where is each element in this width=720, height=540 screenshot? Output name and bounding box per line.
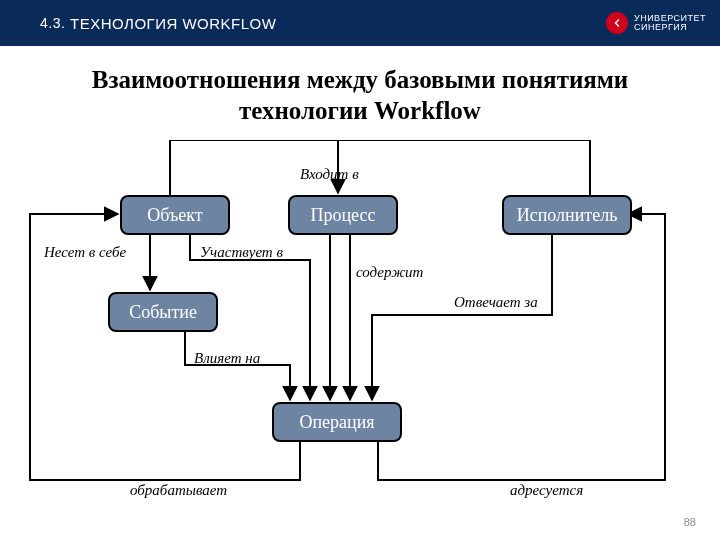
page-title: Взаимоотношения между базовыми понятиями… — [30, 64, 690, 127]
edge-addressed: адресуется — [510, 482, 583, 499]
section-title: ТЕХНОЛОГИЯ WORKFLOW — [70, 15, 276, 32]
brand-logo: УНИВЕРСИТЕТ СИНЕРГИЯ — [606, 12, 706, 34]
logo-line2: СИНЕРГИЯ — [634, 23, 706, 32]
header-bar: 4.3. ТЕХНОЛОГИЯ WORKFLOW УНИВЕРСИТЕТ СИН… — [0, 0, 720, 46]
edge-contains: содержит — [356, 264, 423, 281]
edge-enters: Входит в — [300, 166, 359, 183]
edge-processes: обрабатывает — [130, 482, 227, 499]
edge-responsible: Отвечает за — [454, 294, 538, 311]
edge-carries: Несет в себе — [44, 244, 126, 261]
node-object: Объект — [120, 195, 230, 235]
node-event: Событие — [108, 292, 218, 332]
chevron-left-icon — [606, 12, 628, 34]
node-process: Процесс — [288, 195, 398, 235]
node-executor: Исполнитель — [502, 195, 632, 235]
node-operation: Операция — [272, 402, 402, 442]
page-number: 88 — [684, 516, 696, 528]
edge-participates: Участвует в — [200, 244, 283, 261]
section-number: 4.3. — [40, 15, 65, 31]
edge-affects: Влияет на — [194, 350, 260, 367]
workflow-diagram: Объект Процесс Исполнитель Событие Опера… — [0, 140, 720, 520]
